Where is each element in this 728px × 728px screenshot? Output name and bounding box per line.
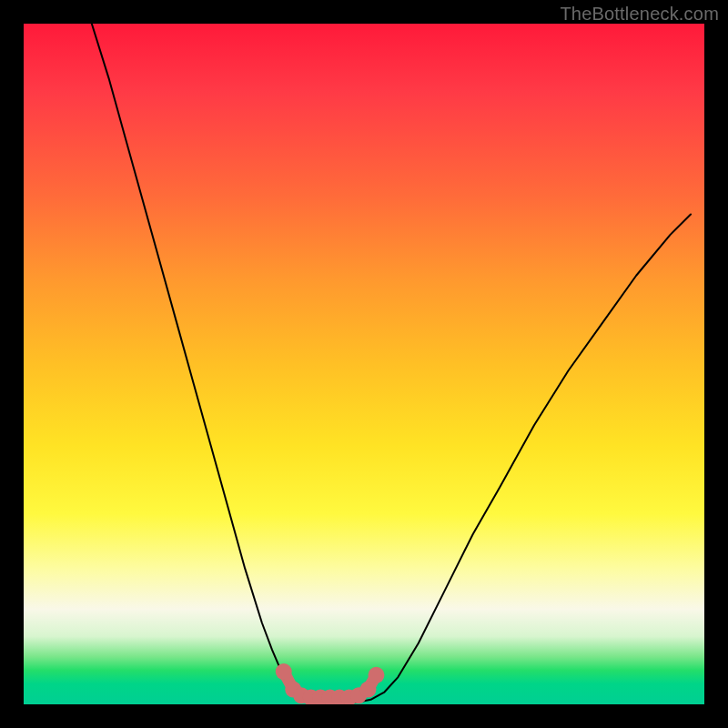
valley-marker-dot bbox=[276, 663, 292, 680]
chart-frame: TheBottleneck.com bbox=[0, 0, 728, 728]
valley-marker-dot bbox=[359, 682, 376, 698]
curve-line bbox=[92, 24, 691, 703]
valley-marker-dot bbox=[368, 667, 384, 683]
watermark-text: TheBottleneck.com bbox=[560, 4, 719, 25]
bottleneck-curve-chart bbox=[24, 24, 704, 704]
plot-area bbox=[24, 24, 704, 704]
